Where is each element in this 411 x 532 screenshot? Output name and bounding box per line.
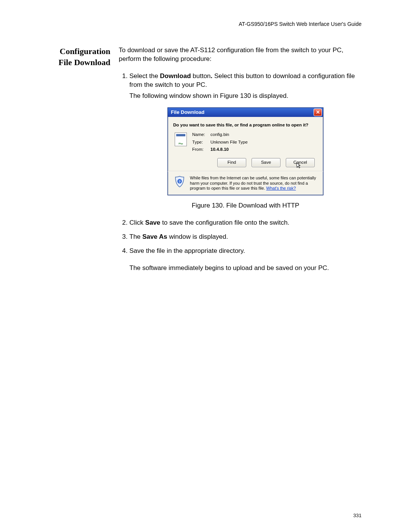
step-2: Click Save to save the configuration fil… <box>129 219 362 227</box>
step-3-text-c: window is displayed. <box>167 233 228 240</box>
document-header: AT-GS950/16PS Switch Web Interface User'… <box>53 21 362 27</box>
name-value: config.bin <box>210 132 318 138</box>
intro-paragraph: To download or save the AT-S112 configur… <box>119 46 362 64</box>
svg-text:?: ? <box>178 180 181 184</box>
step-1-para2: The following window shown in Figure 130… <box>129 92 362 101</box>
figure-caption: Figure 130. File Download with HTTP <box>129 201 362 210</box>
dialog-title: File Download <box>171 109 204 116</box>
dialog-titlebar: File Download ✕ <box>168 108 323 117</box>
step-1-bold: Download <box>160 72 191 80</box>
step-1-text-c: button <box>191 72 211 80</box>
type-value: Unknown File Type <box>210 139 318 145</box>
save-button[interactable]: Save <box>252 158 280 167</box>
section-heading: Configuration File Download <box>53 46 110 68</box>
step-2-text-c: to save the configuration file onto the … <box>160 219 289 226</box>
file-icon-label: Php <box>175 142 186 145</box>
shield-icon: ? <box>174 176 185 188</box>
name-label: Name: <box>192 132 208 138</box>
trailing-paragraph: The software immediately begins to uploa… <box>129 264 362 273</box>
close-icon: ✕ <box>316 110 320 115</box>
step-1: Select the Download button. Select this … <box>129 72 362 210</box>
step-3: The Save As window is displayed. <box>129 233 362 241</box>
step-4-text: Save the file in the appropriate directo… <box>129 247 245 254</box>
step-2-text-a: Click <box>129 219 145 226</box>
from-label: From: <box>192 147 208 153</box>
close-button[interactable]: ✕ <box>314 109 322 116</box>
step-3-bold: Save As <box>142 233 167 240</box>
figure-block: File Download ✕ Do you want to save this… <box>129 107 362 210</box>
step-3-text-a: The <box>129 233 142 240</box>
warning-message: While files from the Internet can be use… <box>190 176 316 191</box>
step-1-text-a: Select the <box>129 72 160 80</box>
step-2-bold: Save <box>145 219 161 226</box>
warning-text: While files from the Internet can be use… <box>190 176 318 191</box>
warning-link[interactable]: What's the risk? <box>266 186 296 190</box>
type-label: Type: <box>192 139 208 145</box>
file-download-dialog: File Download ✕ Do you want to save this… <box>167 107 323 195</box>
from-value: 10.4.8.10 <box>210 147 318 153</box>
page-number: 331 <box>353 513 362 518</box>
dialog-question: Do you want to save this file, or find a… <box>173 122 318 128</box>
step-4: Save the file in the appropriate directo… <box>129 247 362 273</box>
cancel-button[interactable]: Cancel <box>286 158 315 167</box>
find-button[interactable]: Find <box>217 158 246 167</box>
file-icon: Php <box>175 133 187 146</box>
